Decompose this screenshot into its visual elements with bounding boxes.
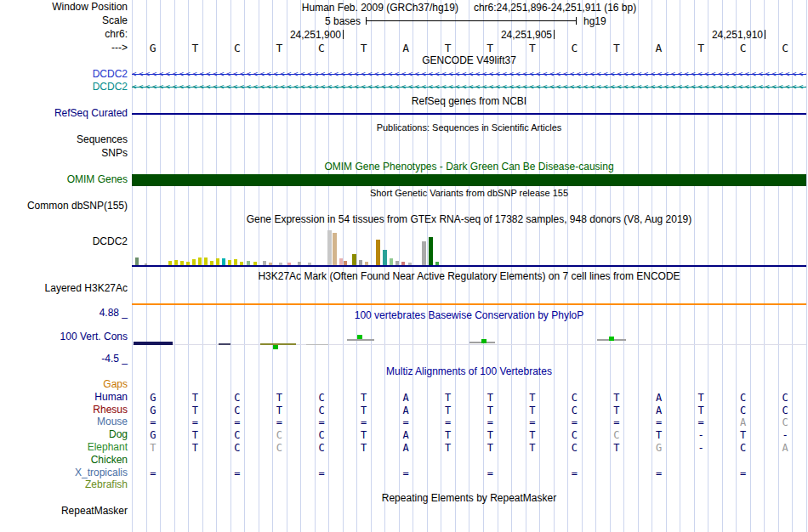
gtex-bar-20[interactable] (287, 263, 291, 265)
multiz-base-rhesus-15: C (764, 405, 806, 416)
left-label-sequences[interactable]: Sequences (0, 134, 128, 145)
gtex-bar-12[interactable] (228, 260, 231, 265)
left-label-refseq-curated[interactable]: RefSeq Curated (0, 108, 128, 119)
gtex-bar-24[interactable] (333, 233, 337, 265)
ruler-base-6: A (384, 42, 427, 54)
left-label-gencode-gene-dcdc2-2[interactable]: DCDC2 (0, 82, 128, 93)
multiz-species-chicken[interactable]: Chicken (0, 455, 128, 466)
left-label-100-vert-cons[interactable]: 100 Vert. Cons (0, 331, 128, 342)
multiz-species-rhesus[interactable]: Rhesus (0, 405, 128, 416)
gtex-bar-25[interactable] (339, 258, 343, 265)
gtex-bar-34[interactable] (401, 262, 405, 265)
gtex-bar-23[interactable] (327, 230, 332, 265)
multiz-base-x-tropicalis-4: = (300, 467, 343, 479)
multiz-row-dog[interactable]: GTCCCTATTTCCT-T- (132, 429, 806, 441)
gtex-bar-26[interactable] (344, 261, 347, 265)
multiz-species-zebrafish[interactable]: Zebrafish (0, 479, 128, 490)
gtex-bar-35[interactable] (408, 263, 412, 265)
gtex-bar-18[interactable] (269, 263, 272, 265)
track-title-h3k27ac-mark-often-found-near-a: H3K27Ac Mark (Often Found Near Active Re… (132, 271, 806, 282)
gtex-bar-1[interactable] (145, 263, 147, 265)
left-label-snps[interactable]: SNPs (0, 148, 128, 159)
multiz-base-elephant-1: T (174, 442, 217, 454)
gtex-bar-29[interactable] (365, 262, 368, 265)
left-label-omim-genes[interactable]: OMIM Genes (0, 174, 128, 185)
gtex-bar-9[interactable] (210, 261, 213, 265)
gtex-bar-38[interactable] (435, 262, 439, 265)
ruler-base-4: C (300, 42, 343, 54)
left-label-window-position: Window Position (0, 2, 128, 13)
multiz-row-x-tropicalis[interactable]: ======== (132, 467, 806, 479)
gtex-bar-17[interactable] (263, 261, 266, 265)
multiz-species-x-tropicalis[interactable]: X_tropicalis (0, 467, 128, 478)
multiz-row-zebrafish[interactable] (132, 479, 806, 491)
left-label-gencode-gene-dcdc2-1[interactable]: DCDC2 (0, 69, 128, 80)
gtex-bar-10[interactable] (216, 258, 219, 265)
left-label-layered-h3k27ac[interactable]: Layered H3K27Ac (0, 283, 128, 294)
multiz-species-human[interactable]: Human (0, 392, 128, 403)
multiz-base-rhesus-11: T (595, 405, 638, 416)
gtex-bar-28[interactable] (359, 260, 362, 265)
gtex-bar-11[interactable] (222, 258, 225, 265)
multiz-base-mouse-7: = (427, 416, 469, 428)
refseq-curated-track-line[interactable] (132, 113, 806, 115)
gtex-bar-4[interactable] (180, 261, 184, 265)
gtex-bar-8[interactable] (204, 258, 208, 265)
gtex-bar-7[interactable] (198, 258, 202, 265)
gtex-bar-14[interactable] (240, 262, 243, 265)
ruler-base-9: T (511, 42, 554, 54)
multiz-base-dog-2: C (216, 429, 259, 441)
gtex-bar-32[interactable] (390, 258, 393, 265)
gtex-bar-13[interactable] (234, 259, 237, 265)
gtex-bar-0[interactable] (135, 258, 139, 265)
gtex-bar-30[interactable] (376, 240, 380, 265)
ruler-base-0: G (132, 42, 174, 54)
gtex-bar-22[interactable] (308, 263, 311, 265)
multiz-row-elephant[interactable]: TTCCCTATTTCTG-CA (132, 442, 806, 454)
multiz-base-mouse-3: = (259, 416, 301, 428)
multiz-row-mouse[interactable]: ==============AC (132, 416, 806, 428)
gencode-gene-row-dcdc2-0[interactable]: <<<<<<<<<<<<<<<<<<<<<<<<<<<<<<<<<<<<<<<<… (132, 69, 806, 80)
multiz-species-gaps[interactable]: Gaps (0, 379, 128, 390)
multiz-row-gaps[interactable] (132, 379, 806, 391)
left-label-common-dbsnp-155[interactable]: Common dbSNP(155) (0, 201, 128, 212)
multiz-base-human-3: T (259, 392, 301, 404)
multiz-species-mouse[interactable]: Mouse (0, 416, 128, 427)
multiz-row-human[interactable]: GTCTCTATTTCTATCC (132, 392, 806, 404)
gtex-bar-5[interactable] (186, 262, 190, 265)
ruler-base-1: T (174, 42, 217, 54)
left-label-scale: Scale (0, 15, 128, 26)
gtex-bar-16[interactable] (253, 262, 257, 265)
ruler-tick-label-1: 24,251,905 (452, 29, 552, 41)
genome-browser: Human Feb. 2009 (GRCh37/hg19) chr6:24,25… (0, 0, 808, 532)
gtex-bar-37[interactable] (429, 237, 433, 265)
omim-genes-track-bar[interactable] (132, 174, 806, 186)
phylop-mark-8 (481, 339, 487, 343)
gtex-bar-21[interactable] (298, 262, 301, 265)
gtex-bar-6[interactable] (192, 259, 196, 265)
multiz-base-human-2: C (216, 392, 259, 404)
left-label-gtex-gene-dcdc2[interactable]: DCDC2 (0, 236, 128, 247)
track-title-gene-expression-in-54-tissues-fr: Gene Expression in 54 tissues from GTEx … (132, 214, 806, 225)
multiz-row-chicken[interactable] (132, 455, 806, 467)
multiz-row-rhesus[interactable]: GTCTCTATTTCTATCC (132, 405, 806, 416)
multiz-base-human-14: C (722, 392, 765, 404)
gtex-bar-15[interactable] (247, 261, 250, 265)
gtex-bar-36[interactable] (422, 241, 426, 265)
multiz-species-elephant[interactable]: Elephant (0, 442, 128, 453)
gtex-bar-2[interactable] (168, 261, 172, 265)
ruler-base-7: T (427, 42, 469, 54)
gtex-bar-3[interactable] (174, 260, 178, 265)
track-title-gencode-v49lift37: GENCODE V49lift37 (132, 55, 806, 66)
gtex-bar-33[interactable] (395, 261, 399, 265)
multiz-base-dog-5: T (343, 429, 385, 441)
ruler-tick-label-2: 24,251,910 (663, 29, 763, 41)
gtex-bar-19[interactable] (279, 263, 282, 265)
multiz-species-dog[interactable]: Dog (0, 429, 128, 440)
gencode-gene-row-dcdc2-1[interactable]: <<<<<<<<<<<<<<<<<<<<<<<<<<<<<<<<<<<<<<<<… (132, 82, 806, 93)
gtex-bar-31[interactable] (383, 250, 387, 265)
multiz-base-x-tropicalis-10: = (554, 467, 596, 479)
left-label-repeatmasker[interactable]: RepeatMasker (0, 506, 128, 517)
h3k27ac-track-line[interactable] (132, 303, 806, 305)
gtex-bar-27[interactable] (352, 254, 356, 265)
